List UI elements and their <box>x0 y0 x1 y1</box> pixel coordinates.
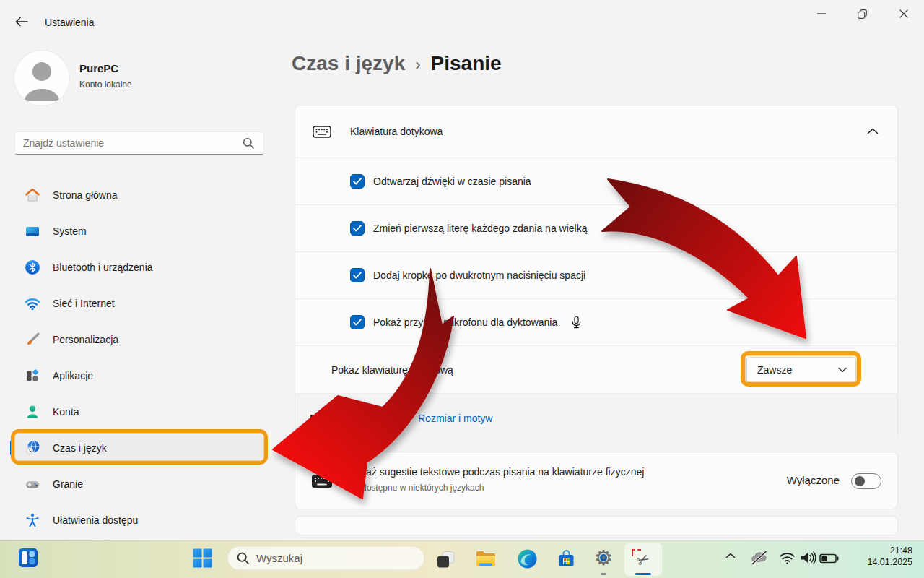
tray-battery-button[interactable] <box>819 553 839 564</box>
touch-keyboard-header[interactable]: Klawiatura dotykowa <box>295 105 897 158</box>
account-type: Konto lokalne <box>79 79 132 90</box>
sidebar-item-system[interactable]: System <box>10 218 267 244</box>
search-icon <box>243 137 254 149</box>
snipping-tool-active-indicator <box>635 573 651 575</box>
sidebar-nav: Strona główna System Bluetooth i urządze… <box>10 182 267 533</box>
sidebar-item-time-language[interactable]: Czas i język <box>10 435 267 461</box>
breadcrumb-parent[interactable]: Czas i język <box>292 52 405 75</box>
task-view-icon <box>436 550 456 569</box>
store-icon <box>557 549 576 569</box>
toggle-state-label: Wyłączone <box>787 474 840 486</box>
keyboard-filled-icon <box>311 473 333 490</box>
tray-chevron-button[interactable] <box>725 553 736 558</box>
minimize-button[interactable] <box>801 0 842 27</box>
related-links-label: Powiązane linki <box>310 413 384 424</box>
check-icon <box>353 272 362 279</box>
close-button[interactable] <box>883 0 924 27</box>
minimize-icon <box>817 13 826 14</box>
taskbar-search-input[interactable] <box>256 552 415 564</box>
microphone-icon <box>572 316 581 329</box>
sidebar-item-label: Personalizacja <box>53 334 118 345</box>
snipping-tool-button[interactable]: ✂ <box>624 543 662 576</box>
checkbox-label: Pokaż przycisk mikrofonu dla dyktowania <box>373 316 557 328</box>
checkbox-checked[interactable] <box>350 174 365 189</box>
sidebar-item-label: Konta <box>53 406 79 418</box>
tray-clock[interactable]: 21:48 14.01.2025 <box>867 545 912 568</box>
checkbox-checked[interactable] <box>350 315 365 329</box>
bluetooth-icon <box>25 259 40 275</box>
onedrive-paused-button[interactable] <box>750 551 769 565</box>
sidebar-item-strona-glowna[interactable]: Strona główna <box>10 182 267 208</box>
avatar[interactable] <box>14 51 69 105</box>
touch-keyboard-title: Klawiatura dotykowa <box>350 126 443 137</box>
settings-button[interactable]: ⚙ <box>593 547 614 569</box>
size-theme-link[interactable]: Rozmiar i motyw <box>418 413 492 424</box>
taskbar-search[interactable] <box>227 546 424 570</box>
back-button[interactable] <box>10 10 33 33</box>
show-touch-keyboard-dropdown[interactable]: Zawsze <box>746 357 856 383</box>
system-icon <box>25 223 40 239</box>
apps-icon <box>25 368 40 384</box>
keyboard-icon <box>313 126 331 138</box>
widgets-button[interactable] <box>18 548 38 568</box>
breadcrumb-chevron: › <box>415 56 420 74</box>
sidebar-item-label: Bluetooth i urządzenia <box>53 262 153 273</box>
breadcrumb: Czas i język › Pisanie <box>292 52 502 75</box>
sidebar-item-label: Aplikacje <box>53 370 93 381</box>
sidebar-item-network[interactable]: Sieć i Internet <box>10 290 267 316</box>
dropdown-value: Zawsze <box>757 364 792 376</box>
restore-icon <box>858 9 867 19</box>
sidebar-item-accounts[interactable]: Konta <box>10 399 267 425</box>
speaker-icon <box>800 551 816 564</box>
checkbox-row-double-space-period[interactable]: Dodaj kropkę po dwukrotnym naciśnięciu s… <box>295 251 897 298</box>
tray-volume-button[interactable] <box>800 551 816 564</box>
search-input[interactable] <box>14 131 264 155</box>
checkbox-row-mic-button[interactable]: Pokaż przycisk mikrofonu dla dyktowania <box>295 298 897 345</box>
sidebar-item-apps[interactable]: Aplikacje <box>10 363 267 389</box>
windows-logo-icon <box>193 548 212 568</box>
wifi-icon <box>25 296 40 311</box>
text-suggestions-toggle[interactable] <box>851 473 881 489</box>
accessibility-icon <box>25 512 40 528</box>
task-view-button[interactable] <box>436 550 456 569</box>
sidebar-item-label: Strona główna <box>53 189 118 201</box>
checkbox-label: Dodaj kropkę po dwukrotnym naciśnięciu s… <box>373 269 585 281</box>
file-explorer-button[interactable] <box>475 549 497 569</box>
page-title: Pisanie <box>431 52 502 75</box>
sidebar-item-bluetooth[interactable]: Bluetooth i urządzenia <box>10 254 267 280</box>
home-icon <box>25 187 40 203</box>
search-icon <box>237 552 249 564</box>
app-title: Ustawienia <box>45 17 94 28</box>
gear-icon: ⚙ <box>594 547 613 569</box>
sidebar-item-personalization[interactable]: Personalizacja <box>10 327 267 353</box>
checkbox-row-typing-sounds[interactable]: Odtwarzaj dźwięki w czasie pisania <box>295 158 897 204</box>
file-explorer-icon <box>475 549 497 569</box>
sidebar-item-accessibility[interactable]: Ułatwienia dostępu <box>10 507 267 533</box>
gamepad-icon <box>25 476 40 492</box>
show-touch-keyboard-row: Pokaż klawiaturę dotykową Zawsze <box>295 345 897 393</box>
edge-button[interactable] <box>518 549 537 569</box>
cloud-slash-icon <box>750 551 769 565</box>
checkbox-row-capitalize[interactable]: Zmień pierwszą literę każdego zdania na … <box>295 204 897 251</box>
tray-time: 21:48 <box>867 545 912 556</box>
text-suggestions-card: Pokaż sugestie tekstowe podczas pisania … <box>295 452 898 509</box>
checkbox-checked[interactable] <box>350 221 365 236</box>
restore-button[interactable] <box>842 0 883 27</box>
sidebar-item-gaming[interactable]: Granie <box>10 471 267 497</box>
chevron-up-icon[interactable] <box>867 128 879 134</box>
store-button[interactable] <box>557 549 576 569</box>
sidebar-item-label: Sieć i Internet <box>53 298 115 309</box>
sidebar-item-label: Granie <box>53 478 83 490</box>
check-icon <box>353 225 362 232</box>
chevron-up-icon <box>725 553 736 558</box>
account-name: PurePC <box>79 62 118 74</box>
checkbox-checked[interactable] <box>350 268 365 282</box>
edge-icon <box>518 549 537 569</box>
tray-wifi-button[interactable] <box>779 552 796 564</box>
check-icon <box>353 319 362 326</box>
settings-window: Ustawienia PurePC Konto lokalne Strona g… <box>0 0 924 578</box>
brush-icon <box>25 332 40 348</box>
related-links-row: Powiązane linki Rozmiar i motyw <box>295 393 897 442</box>
close-icon <box>899 9 908 18</box>
start-button[interactable] <box>193 548 212 568</box>
